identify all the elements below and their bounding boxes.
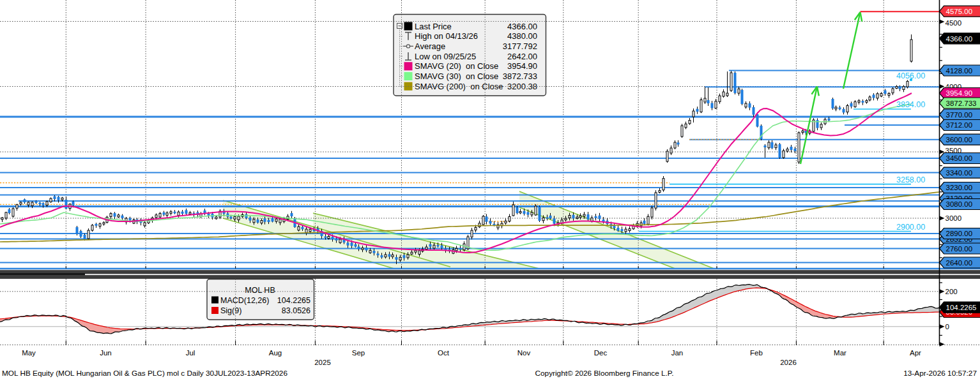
svg-text:Mar: Mar xyxy=(834,349,846,357)
svg-text:3954.90: 3954.90 xyxy=(946,89,973,97)
svg-text:3872.733: 3872.733 xyxy=(946,100,977,107)
svg-text:May: May xyxy=(22,349,36,357)
svg-text:2760.00: 2760.00 xyxy=(946,245,973,253)
svg-text:3712.00: 3712.00 xyxy=(946,121,973,129)
svg-text:4366.00: 4366.00 xyxy=(507,22,537,31)
svg-text:0: 0 xyxy=(946,323,949,331)
svg-text:Nov: Nov xyxy=(517,349,531,357)
svg-text:2890.00: 2890.00 xyxy=(946,230,973,237)
svg-text:3230.00: 3230.00 xyxy=(946,184,973,191)
svg-text:3954.90: 3954.90 xyxy=(507,61,537,71)
svg-text:Feb: Feb xyxy=(750,349,763,357)
svg-text:SMAVG (30) on Close: SMAVG (30) on Close xyxy=(415,71,498,81)
svg-text:Aug: Aug xyxy=(269,349,282,357)
svg-text:13-Apr-2026 10:57:27: 13-Apr-2026 10:57:27 xyxy=(903,369,977,378)
svg-text:High on 04/13/26: High on 04/13/26 xyxy=(415,31,478,41)
svg-text:104.2265: 104.2265 xyxy=(277,296,310,305)
svg-text:3600.00: 3600.00 xyxy=(946,136,973,144)
svg-text:200: 200 xyxy=(946,288,958,295)
svg-text:Sep: Sep xyxy=(352,349,365,357)
svg-text:83.0526: 83.0526 xyxy=(282,306,310,315)
svg-text:3177.792: 3177.792 xyxy=(503,41,537,51)
svg-text:2025: 2025 xyxy=(314,359,331,366)
svg-text:Jun: Jun xyxy=(100,349,112,357)
svg-text:3258.00: 3258.00 xyxy=(896,175,925,184)
svg-text:104.2265: 104.2265 xyxy=(946,304,977,311)
svg-text:Average: Average xyxy=(415,41,445,51)
svg-text:3872.733: 3872.733 xyxy=(503,71,537,81)
svg-text:3080.00: 3080.00 xyxy=(946,200,973,208)
svg-text:3000: 3000 xyxy=(946,214,962,222)
svg-text:Sig(9): Sig(9) xyxy=(220,306,241,315)
svg-text:4366.00: 4366.00 xyxy=(946,35,973,43)
svg-text:2900.00: 2900.00 xyxy=(896,223,925,232)
svg-text:3834.00: 3834.00 xyxy=(896,100,925,109)
svg-text:MOL HB: MOL HB xyxy=(245,286,275,295)
svg-text:Jan: Jan xyxy=(671,349,684,357)
svg-text:3770.00: 3770.00 xyxy=(946,111,973,119)
svg-text:Apr: Apr xyxy=(910,349,921,357)
svg-text:2642.00: 2642.00 xyxy=(507,52,537,61)
svg-text:4128.00: 4128.00 xyxy=(946,67,973,75)
svg-text:Low on 09/25/25: Low on 09/25/25 xyxy=(415,52,476,61)
svg-text:Jul: Jul xyxy=(186,349,195,357)
svg-text:Copyright© 2026 Bloomberg Fina: Copyright© 2026 Bloomberg Finance L.P. xyxy=(535,369,673,378)
svg-text:3340.00: 3340.00 xyxy=(946,169,973,177)
svg-text:4056.00: 4056.00 xyxy=(896,71,925,80)
svg-text:Dec: Dec xyxy=(594,349,608,357)
svg-text:MOL HB Equity (MOL Hungarian O: MOL HB Equity (MOL Hungarian Oil & Gas P… xyxy=(2,369,287,378)
svg-text:Last Price: Last Price xyxy=(415,22,452,31)
svg-text:MACD(12,26): MACD(12,26) xyxy=(220,296,269,305)
svg-text:3450.00: 3450.00 xyxy=(946,154,973,162)
svg-text:2640.00: 2640.00 xyxy=(946,259,973,267)
svg-text:SMAVG (20) on Close: SMAVG (20) on Close xyxy=(415,61,498,71)
svg-text:2026: 2026 xyxy=(780,359,797,366)
svg-text:4380.00: 4380.00 xyxy=(507,31,537,41)
svg-text:4575.00: 4575.00 xyxy=(946,8,973,15)
svg-text:Oct: Oct xyxy=(438,349,450,357)
svg-text:4500: 4500 xyxy=(946,19,962,27)
